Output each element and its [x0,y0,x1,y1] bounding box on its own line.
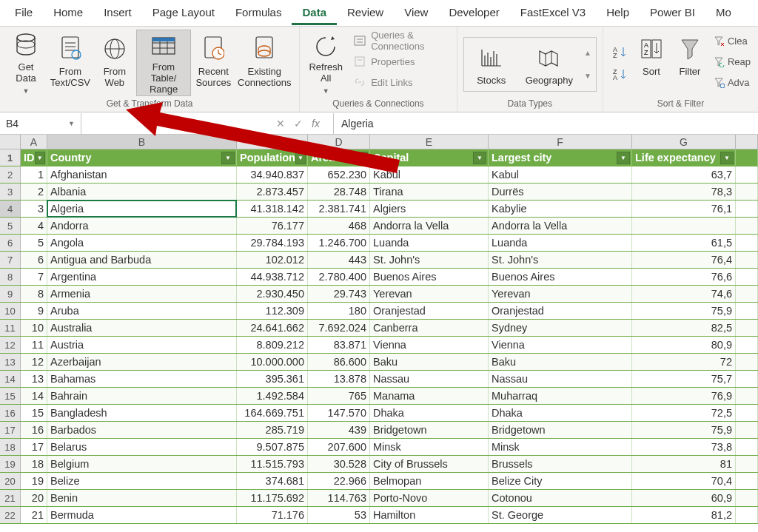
cell-country[interactable]: Albania [47,183,237,200]
cell-largest[interactable]: Yerevan [489,286,632,302]
cell-country[interactable]: Australia [47,320,237,336]
tab-page-layout[interactable]: Page Layout [142,1,225,25]
row-header[interactable]: 3 [0,183,21,200]
cell-population[interactable]: 29.784.193 [237,235,308,251]
cell-capital[interactable]: Baku [370,354,489,370]
row-header[interactable]: 13 [0,354,21,370]
cell-largest[interactable]: St. John's [489,252,632,268]
cell-life[interactable]: 70,4 [632,473,736,489]
cell-population[interactable]: 2.930.450 [237,286,308,302]
row-header[interactable]: 5 [0,218,21,234]
cell-largest[interactable]: Minsk [489,439,632,455]
row-header[interactable]: 8 [0,269,21,285]
header-id[interactable]: ID▼ [21,149,47,166]
cell-capital[interactable]: Kabul [370,166,489,183]
cell-area[interactable]: 468 [308,218,370,234]
cell-country[interactable]: Benin [47,490,237,506]
cell-population[interactable]: 102.012 [237,252,308,268]
cell-largest[interactable]: Brussels [489,456,632,472]
cell-capital[interactable]: Yerevan [370,286,489,302]
cell-capital[interactable]: Belmopan [370,473,489,489]
header-area[interactable]: Area▼ [308,149,370,166]
cell-life[interactable]: 63,7 [632,166,736,183]
sort-button[interactable]: AZ Sort [634,30,668,96]
cell-life[interactable]: 76,9 [632,388,736,404]
get-data-button[interactable]: Get Data ▼ [6,30,46,96]
cell-id[interactable]: 9 [21,303,47,319]
cell-life[interactable]: 78,3 [632,183,736,200]
row-header[interactable]: 4 [0,201,21,217]
col-header-d[interactable]: D [308,135,370,149]
geography-type-button[interactable]: Geography [520,38,578,90]
row-header[interactable]: 19 [0,456,21,472]
cell-country[interactable]: Algeria [47,201,237,217]
cell-country[interactable]: Afghanistan [47,166,237,183]
stocks-type-button[interactable]: Stocks [466,38,517,90]
cell-life[interactable]: 81 [632,456,736,472]
tab-more[interactable]: Mo [705,1,742,25]
cell-life[interactable]: 75,9 [632,422,736,438]
cell-area[interactable]: 1.246.700 [308,235,370,251]
cell-country[interactable]: Andorra [47,218,237,234]
cell-country[interactable]: Bahamas [47,371,237,387]
cell-life[interactable]: 75,9 [632,303,736,319]
filter-dropdown-icon[interactable]: ▼ [35,152,46,164]
tab-help[interactable]: Help [596,1,640,25]
cell-largest[interactable]: Baku [489,354,632,370]
cell-life[interactable]: 74,6 [632,286,736,302]
formula-input[interactable]: Algeria [333,113,758,134]
cell-population[interactable]: 395.361 [237,371,308,387]
cell-population[interactable]: 285.719 [237,422,308,438]
filter-dropdown-icon[interactable]: ▼ [295,152,306,164]
sort-za-button[interactable]: ZA [609,64,630,84]
cell-id[interactable]: 12 [21,354,47,370]
row-header[interactable]: 2 [0,166,21,183]
row-header[interactable]: 20 [0,473,21,489]
cell-largest[interactable]: Kabul [489,166,632,183]
cell-country[interactable]: Armenia [47,286,237,302]
cell-id[interactable]: 8 [21,286,47,302]
cell-area[interactable]: 443 [308,252,370,268]
cell-id[interactable]: 18 [21,456,47,472]
cell-country[interactable]: Bangladesh [47,405,237,421]
cell-area[interactable]: 147.570 [308,405,370,421]
cell-population[interactable]: 44.938.712 [237,269,308,285]
name-box[interactable]: B4 ▼ [0,113,81,134]
cell-life[interactable]: 76,6 [632,269,736,285]
cell-id[interactable]: 11 [21,337,47,353]
tab-data[interactable]: Data [292,1,337,25]
row-header[interactable]: 16 [0,405,21,421]
select-all-corner[interactable] [0,135,21,149]
cell-capital[interactable]: Oranjestad [370,303,489,319]
from-web-button[interactable]: From Web [95,30,135,96]
cell-population[interactable]: 164.669.751 [237,405,308,421]
cell-life[interactable]: 72 [632,354,736,370]
cell-largest[interactable]: Nassau [489,371,632,387]
cell-largest[interactable]: Oranjestad [489,303,632,319]
existing-connections-button[interactable]: Existing Connections [235,30,293,96]
filter-dropdown-icon[interactable]: ▼ [355,152,368,164]
cell-capital[interactable]: Porto-Novo [370,490,489,506]
cell-population[interactable]: 374.681 [237,473,308,489]
cell-id[interactable]: 10 [21,320,47,336]
cell-population[interactable]: 1.492.584 [237,388,308,404]
edit-links-button[interactable]: Edit Links [350,73,448,92]
tab-insert[interactable]: Insert [93,1,142,25]
cell-capital[interactable]: Bridgetown [370,422,489,438]
col-header-extra[interactable] [736,135,758,149]
tab-formulas[interactable]: Formulas [225,1,292,25]
cell-country[interactable]: Belize [47,473,237,489]
queries-connections-button[interactable]: Queries & Connections [350,31,448,50]
cell-population[interactable]: 41.318.142 [237,201,308,217]
cell-area[interactable]: 2.381.741 [308,201,370,217]
cell-population[interactable]: 34.940.837 [237,166,308,183]
tab-fastexcel[interactable]: FastExcel V3 [510,1,596,25]
cell-area[interactable]: 765 [308,388,370,404]
cell-capital[interactable]: Hamilton [370,507,489,523]
cell-area[interactable]: 180 [308,303,370,319]
cell-country[interactable]: Barbados [47,422,237,438]
cell-life[interactable]: 75,7 [632,371,736,387]
cell-area[interactable]: 13.878 [308,371,370,387]
cell-largest[interactable]: Durrës [489,183,632,200]
cell-country[interactable]: Antigua and Barbuda [47,252,237,268]
